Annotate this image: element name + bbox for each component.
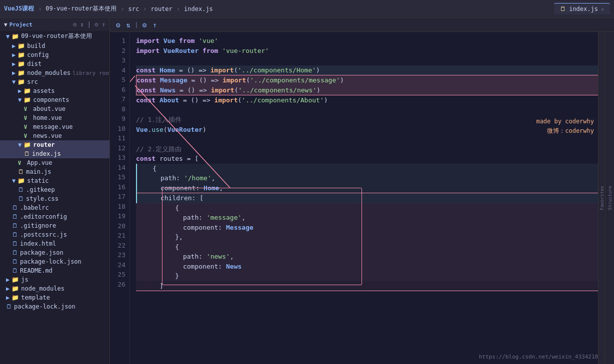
split-icon[interactable]: ⇅ [124,20,132,30]
breadcrumb-file: index.js [184,5,213,12]
sidebar-item-root-folder[interactable]: ▼ 📁 09-vue-router基本使用 [0,31,110,41]
main-layout: ▼ Project ⚙ ↕ | ⚙ ↑ ▼ 📁 09-vue-router基本使… [0,18,614,364]
sidebar-item-dist[interactable]: ▶ 📁 dist [0,59,110,68]
sidebar-item-app-vue[interactable]: V App.vue [0,158,110,167]
sidebar-item-js-folder[interactable]: ▶ 📁 js [0,275,110,284]
sidebar-item-label: static [27,177,48,184]
gear2-icon[interactable]: ⚙ [140,20,148,30]
sidebar-item-index-html[interactable]: 🗒 index.html [0,239,110,248]
line-numbers: 1 2 3 4 5 6 7 8 9 10 11 12 13 14 15 16 1 [110,32,130,364]
folder-arrow-icon: ▶ [6,285,10,292]
code-line-4: const Home = () => import('../components… [136,65,608,75]
folder-icon: 📁 [12,276,19,283]
library-root-label: library root [72,70,110,76]
sidebar-item-label: router [33,141,54,148]
folder-icon: 📁 [18,60,25,67]
vue-icon: V [24,115,31,121]
file-icon: 🗒 [12,222,18,229]
sidebar-item-editorconfig[interactable]: 🗒 .editorconfig [0,212,110,221]
up-icon[interactable]: ↑ [150,20,158,30]
code-line-2: import VueRouter from 'vue-router' [136,46,608,56]
sidebar-item-home-vue[interactable]: V home.vue [0,113,110,122]
url-text: https://blog.csdn.net/weixin_4334210... [479,354,608,360]
vue-icon: V [24,124,31,130]
folder-icon: 📁 [24,87,31,94]
code-line-5: const Message = () => import('../compone… [136,75,608,85]
sidebar-item-label: about.vue [33,105,66,112]
sidebar-item-package-json[interactable]: 🗒 package.json [0,248,110,257]
code-content[interactable]: import Vue from 'vue' import VueRouter f… [130,32,614,364]
watermark-line2: 微博：coderwhy [536,126,594,136]
sidebar-item-babelrc[interactable]: 🗒 .babelrc [0,203,110,212]
file-icon: 🗒 [6,303,12,310]
sidebar-item-static[interactable]: ▼ 📁 static [0,176,110,185]
sidebar-item-package-lock-root[interactable]: 🗒 package-lock.json [0,302,110,311]
sidebar-item-label: src [27,78,38,85]
file-icon: 🗒 [12,258,18,265]
sidebar-header: ▼ Project ⚙ ↕ | ⚙ ↑ [0,18,110,31]
sidebar-item-package-lock-json[interactable]: 🗒 package-lock.json [0,257,110,266]
vue-icon: V [24,106,31,112]
file-icon: 🗒 [12,240,18,247]
favorites-label: Favorites [600,186,604,210]
sidebar-item-label: build [27,42,45,49]
sidebar-item-main-js[interactable]: 🗒 main.js [0,167,110,176]
js-file-icon: 🗒 [24,150,30,157]
folder-icon: 📁 [12,33,19,40]
svg-line-0 [130,76,135,129]
editor-tab[interactable]: 🗒 index.js ✕ [554,3,610,14]
sidebar-item-label: 09-vue-router基本使用 [21,32,92,40]
breadcrumb-part1: 09-vue-router基本使用 [46,4,116,13]
sidebar-item-assets[interactable]: ▶ 📁 assets [0,86,110,95]
sidebar-item-index-js[interactable]: 🗒 index.js [0,149,110,158]
sidebar-item-router-folder[interactable]: ▼ 📁 router [0,140,110,149]
folder-arrow-icon: ▶ [12,60,16,67]
favorites-sidebar: Favorites [598,32,605,364]
structure-sidebar: Structure [605,32,614,364]
sidebar-item-label: README.md [20,267,52,274]
sidebar: ▼ Project ⚙ ↕ | ⚙ ↑ ▼ 📁 09-vue-router基本使… [0,18,110,364]
sidebar-item-components[interactable]: ▼ 📁 components [0,95,110,104]
file-icon: 🗒 [18,195,24,202]
sidebar-item-style-css[interactable]: 🗒 style.css [0,194,110,203]
sidebar-item-label: main.js [26,168,52,175]
sidebar-item-gitkeep[interactable]: 🗒 .gitkeep [0,185,110,194]
folder-icon: 📁 [18,51,25,58]
sidebar-item-src[interactable]: ▼ 📁 src [0,77,110,86]
tab-close-icon[interactable]: ✕ [601,6,604,12]
vue-icon: V [24,133,31,139]
folder-arrow-icon: ▼ [18,96,22,103]
sidebar-item-label: .gitkeep [26,186,55,193]
sidebar-item-build[interactable]: ▶ 📁 build [0,41,110,50]
folder-icon: 📁 [18,42,25,49]
folder-arrow-icon: ▶ [12,51,16,58]
editor-area: ⚙ ⇅ | ⚙ ↑ 1 2 3 4 5 6 7 8 9 10 11 [110,18,614,364]
breadcrumb-sep3: › [143,5,146,12]
sidebar-item-label: .postcssrc.js [20,231,67,238]
file-icon: 🗒 [12,267,18,274]
sidebar-item-config[interactable]: ▶ 📁 config [0,50,110,59]
sidebar-item-postcssrc[interactable]: 🗒 .postcssrc.js [0,230,110,239]
file-icon: 🗒 [12,204,18,211]
settings-icon[interactable]: ⚙ [114,20,122,30]
project-title: Project [10,21,32,28]
sidebar-item-label: index.html [20,240,56,247]
sidebar-item-readme[interactable]: 🗒 README.md [0,266,110,275]
folder-icon: 📁 [12,294,19,301]
sidebar-item-message-vue[interactable]: V message.vue [0,122,110,131]
folder-arrow-icon: ▶ [6,294,10,301]
sidebar-item-node-modules-root[interactable]: ▶ 📁 node_modules [0,284,110,293]
sidebar-item-gitignore[interactable]: 🗒 .gitignore [0,221,110,230]
sidebar-item-label: node_modules [27,69,70,76]
sidebar-item-template-folder[interactable]: ▶ 📁 template [0,293,110,302]
sidebar-item-about-vue[interactable]: V about.vue [0,104,110,113]
sidebar-item-node-modules[interactable]: ▶ 📁 node_modules library root [0,68,110,77]
sidebar-item-news-vue[interactable]: V news.vue [0,131,110,140]
folder-icon: 📁 [24,141,31,148]
code-line-6: const News = () => import('../components… [136,85,608,96]
breadcrumb-router: router [150,5,172,12]
code-line-8 [136,105,608,115]
watermark-line1: made by coderwhy [536,117,594,126]
breadcrumb-sep4: › [176,5,180,12]
url-footer: https://blog.csdn.net/weixin_4334210... [479,354,608,360]
